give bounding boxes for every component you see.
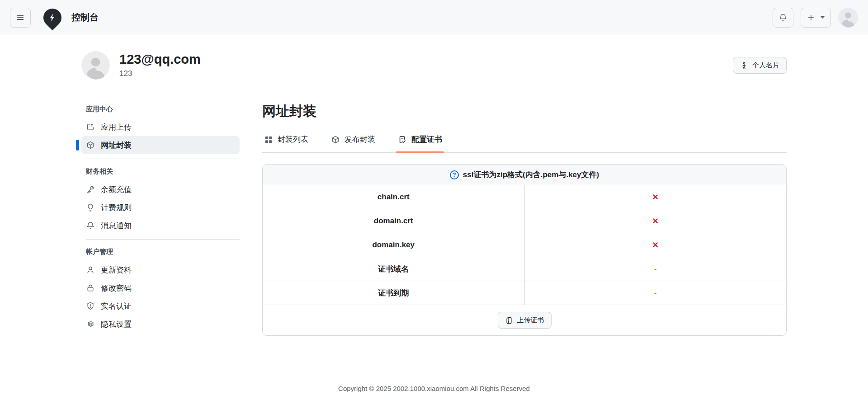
sidebar-item-identity-verification[interactable]: 实名认证 xyxy=(81,297,240,315)
lightbulb-icon xyxy=(86,203,95,212)
create-new-dropdown-button[interactable] xyxy=(801,8,831,28)
profile-info: 123@qq.com 123 xyxy=(119,52,201,78)
table-row: chain.crt × xyxy=(263,185,786,209)
user-avatar[interactable] xyxy=(838,8,858,28)
table-row: domain.crt × xyxy=(263,209,786,233)
lock-icon xyxy=(86,283,95,292)
missing-x-mark: × xyxy=(652,216,658,226)
table-row: 证书域名 - xyxy=(263,257,786,281)
sidebar-item-label: 修改密码 xyxy=(101,283,132,293)
sidebar-section-app-center: 应用中心 xyxy=(81,102,240,118)
app-logo[interactable] xyxy=(40,5,66,30)
table-row: 证书到期 - xyxy=(263,281,786,305)
sidebar-item-label: 应用上传 xyxy=(101,122,132,132)
cert-file-name: chain.crt xyxy=(263,185,525,209)
key-icon xyxy=(86,185,95,194)
cert-file-status: × xyxy=(525,209,787,233)
sidebar-nav: 应用中心 应用上传 网址封装 财务相关 余额充值 计费规则 消息通 xyxy=(81,102,240,333)
copyright-footer: Copyright © 2025 2002.1000.xiaomiou.com … xyxy=(0,385,868,392)
sidebar-item-label: 实名认证 xyxy=(101,301,132,311)
page-title-header: 控制台 xyxy=(71,11,99,24)
sidebar-divider xyxy=(86,159,240,159)
tab-label: 发布封装 xyxy=(344,134,375,145)
profile-header: 123@qq.com 123 个人名片 xyxy=(81,51,787,80)
sidebar-item-billing-rules[interactable]: 计费规则 xyxy=(81,198,240,216)
question-circle-icon xyxy=(450,170,459,179)
gear-icon xyxy=(86,320,95,329)
tab-label: 配置证书 xyxy=(411,134,442,145)
profile-username: 123 xyxy=(119,69,201,78)
stick-person-icon xyxy=(740,61,748,70)
sidebar-item-url-packaging[interactable]: 网址封装 xyxy=(81,136,240,154)
sidebar-divider xyxy=(86,239,240,240)
page-title: 网址封装 xyxy=(262,102,787,121)
empty-dash: - xyxy=(654,289,656,296)
sidebar-item-label: 更新资料 xyxy=(101,265,132,275)
sidebar-item-app-upload[interactable]: 应用上传 xyxy=(81,118,240,136)
upload-icon xyxy=(86,122,95,132)
personal-card-button[interactable]: 个人名片 xyxy=(733,57,787,74)
cert-file-status: × xyxy=(525,185,787,209)
sidebar-item-label: 隐私设置 xyxy=(101,319,132,329)
sidebar-item-change-password[interactable]: 修改密码 xyxy=(81,279,240,297)
certificate-table: ssl证书为zip格式(内含.pem与.key文件) chain.crt × d… xyxy=(262,164,787,336)
sidebar-item-balance-recharge[interactable]: 余额充值 xyxy=(81,180,240,198)
sidebar-item-update-profile[interactable]: 更新资料 xyxy=(81,261,240,279)
certificate-table-footer: 上传证书 xyxy=(263,305,786,335)
cert-file-status: × xyxy=(525,233,787,257)
notifications-button[interactable] xyxy=(773,8,793,28)
upload-certificate-label: 上传证书 xyxy=(517,316,544,325)
shield-icon xyxy=(86,301,95,310)
cert-file-name: domain.crt xyxy=(263,209,525,233)
bell-icon xyxy=(86,221,95,230)
cert-field-value: - xyxy=(525,257,787,281)
cert-field-name: 证书域名 xyxy=(263,257,525,281)
upload-certificate-button[interactable]: 上传证书 xyxy=(498,312,552,329)
package-icon xyxy=(331,135,340,144)
sidebar-section-finance: 财务相关 xyxy=(81,165,240,180)
bell-icon xyxy=(778,13,788,22)
sidebar-item-label: 余额充值 xyxy=(101,184,132,195)
person-icon xyxy=(86,265,95,274)
personal-card-label: 个人名片 xyxy=(752,61,779,70)
tab-package-list[interactable]: 封装列表 xyxy=(262,130,310,152)
sidebar-item-label: 网址封装 xyxy=(101,140,132,151)
file-check-icon xyxy=(398,135,407,144)
plus-icon xyxy=(807,13,816,22)
apps-grid-icon xyxy=(264,135,273,144)
zip-file-icon xyxy=(505,316,513,325)
avatar-silhouette-icon xyxy=(81,51,110,80)
lightning-bolt-icon xyxy=(47,13,57,23)
missing-x-mark: × xyxy=(652,240,658,250)
certificate-table-header: ssl证书为zip格式(内含.pem与.key文件) xyxy=(263,165,786,185)
hamburger-menu-button[interactable] xyxy=(10,8,31,28)
sidebar-item-label: 消息通知 xyxy=(101,221,132,231)
app-header: 控制台 xyxy=(0,0,868,35)
missing-x-mark: × xyxy=(652,192,658,202)
sidebar-item-label: 计费规则 xyxy=(101,202,132,213)
tab-label: 封装列表 xyxy=(278,134,308,145)
sidebar-item-notifications[interactable]: 消息通知 xyxy=(81,216,240,235)
profile-avatar[interactable] xyxy=(81,51,110,80)
cert-field-name: 证书到期 xyxy=(263,281,525,305)
cert-field-value: - xyxy=(525,281,787,305)
profile-email: 123@qq.com xyxy=(119,52,201,67)
main-content: 网址封装 封装列表 发布封装 配置证书 ssl xyxy=(262,102,787,336)
tab-configure-certificate[interactable]: 配置证书 xyxy=(396,130,444,152)
empty-dash: - xyxy=(654,265,656,273)
certificate-notice: ssl证书为zip格式(内含.pem与.key文件) xyxy=(463,169,599,180)
sidebar-section-account: 帐户管理 xyxy=(81,245,240,261)
package-icon xyxy=(86,141,95,150)
menu-icon xyxy=(16,13,25,22)
caret-down-icon xyxy=(820,16,825,19)
tab-publish-package[interactable]: 发布封装 xyxy=(329,130,377,152)
avatar-silhouette-icon xyxy=(838,8,858,28)
table-row: domain.key × xyxy=(263,233,786,257)
sidebar-item-privacy-settings[interactable]: 隐私设置 xyxy=(81,315,240,333)
tab-bar: 封装列表 发布封装 配置证书 xyxy=(262,130,787,153)
cert-file-name: domain.key xyxy=(263,233,525,257)
